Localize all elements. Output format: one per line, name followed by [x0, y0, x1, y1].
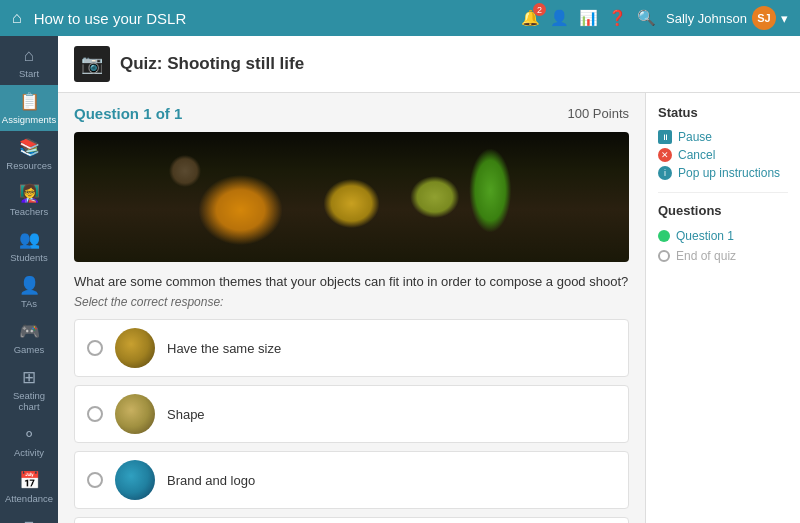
question-label: Question 1 of 1 — [74, 105, 182, 122]
activity-icon: ⚬ — [22, 424, 36, 445]
pause-label: Pause — [678, 130, 712, 144]
sidebar-label-activity: Activity — [14, 447, 44, 458]
search-icon[interactable]: 🔍 — [637, 9, 656, 27]
sidebar-label-assignments: Assignments — [2, 114, 56, 125]
question-1-label: Question 1 — [676, 229, 734, 243]
user-icon[interactable]: 👤 — [550, 9, 569, 27]
question-list-item-1[interactable]: Question 1 — [658, 226, 788, 246]
radio-2[interactable] — [87, 406, 103, 422]
sidebar-label-students: Students — [10, 252, 48, 263]
user-avatar: SJ — [752, 6, 776, 30]
popup-icon: i — [658, 166, 672, 180]
sidebar-item-forums[interactable]: ≡ Forums — [0, 510, 58, 523]
pause-icon: ⏸ — [658, 130, 672, 144]
answer-option-3[interactable]: Brand and logo — [74, 451, 629, 509]
attendance-icon: 📅 — [19, 470, 40, 491]
answer-option-1[interactable]: Have the same size — [74, 319, 629, 377]
forums-icon: ≡ — [24, 516, 34, 523]
radio-3[interactable] — [87, 472, 103, 488]
sidebar-item-games[interactable]: 🎮 Games — [0, 315, 58, 361]
teachers-icon: 👩‍🏫 — [19, 183, 40, 204]
top-navigation: ⌂ How to use your DSLR 🔔2 👤 📊 ❓ 🔍 Sally … — [0, 0, 800, 36]
chevron-down-icon: ▾ — [781, 11, 788, 26]
notifications-icon[interactable]: 🔔2 — [521, 9, 540, 27]
resources-icon: 📚 — [19, 137, 40, 158]
games-icon: 🎮 — [19, 321, 40, 342]
start-icon: ⌂ — [24, 46, 34, 66]
question-list-item-end: End of quiz — [658, 246, 788, 266]
sidebar-label-resources: Resources — [6, 160, 51, 171]
sidebar-item-tas[interactable]: 👤 TAs — [0, 269, 58, 315]
sidebar-item-start[interactable]: ⌂ Start — [0, 40, 58, 85]
answer-thumb-2 — [115, 394, 155, 434]
status-cancel[interactable]: ✕ Cancel — [658, 146, 788, 164]
help-icon[interactable]: ❓ — [608, 9, 627, 27]
points-label: 100 Points — [568, 106, 629, 121]
question-dot-end — [658, 250, 670, 262]
quiz-image — [74, 132, 629, 262]
cancel-icon: ✕ — [658, 148, 672, 162]
seating-chart-icon: ⊞ — [22, 367, 36, 388]
select-response-label: Select the correct response: — [74, 295, 629, 309]
end-of-quiz-label: End of quiz — [676, 249, 736, 263]
cancel-label: Cancel — [678, 148, 715, 162]
sidebar-label-tas: TAs — [21, 298, 37, 309]
quiz-main: Question 1 of 1 100 Points What are some… — [58, 93, 645, 523]
user-area[interactable]: Sally Johnson SJ ▾ — [666, 6, 788, 30]
sidebar-item-attendance[interactable]: 📅 Attendance — [0, 464, 58, 510]
answer-thumb-3 — [115, 460, 155, 500]
sidebar-label-seating: Seating chart — [4, 390, 54, 412]
sidebar-label-attendance: Attendance — [5, 493, 53, 504]
sidebar-item-resources[interactable]: 📚 Resources — [0, 131, 58, 177]
popup-label: Pop up instructions — [678, 166, 780, 180]
question-dot-active — [658, 230, 670, 242]
status-pause[interactable]: ⏸ Pause — [658, 128, 788, 146]
question-text: What are some common themes that your ob… — [74, 274, 629, 289]
answer-option-2[interactable]: Shape — [74, 385, 629, 443]
left-sidebar: ⌂ Start 📋 Assignments 📚 Resources 👩‍🏫 Te… — [0, 36, 58, 523]
camera-thumbnail: 📷 — [74, 46, 110, 82]
question-header: Question 1 of 1 100 Points — [74, 105, 629, 122]
students-icon: 👥 — [19, 229, 40, 250]
quiz-sidebar: Status ⏸ Pause ✕ Cancel i Pop up instruc… — [645, 93, 800, 523]
sidebar-item-teachers[interactable]: 👩‍🏫 Teachers — [0, 177, 58, 223]
username-label: Sally Johnson — [666, 11, 747, 26]
sidebar-item-assignments[interactable]: 📋 Assignments — [0, 85, 58, 131]
answer-thumb-1 — [115, 328, 155, 368]
status-title: Status — [658, 105, 788, 120]
sidebar-label-start: Start — [19, 68, 39, 79]
chart-icon[interactable]: 📊 — [579, 9, 598, 27]
page-title: How to use your DSLR — [34, 10, 521, 27]
sub-header: 📷 Quiz: Shooting still life — [58, 36, 800, 93]
status-popup[interactable]: i Pop up instructions — [658, 164, 788, 182]
sidebar-item-seating-chart[interactable]: ⊞ Seating chart — [0, 361, 58, 418]
assignments-icon: 📋 — [19, 91, 40, 112]
answer-label-2: Shape — [167, 407, 205, 422]
sidebar-item-students[interactable]: 👥 Students — [0, 223, 58, 269]
answer-label-3: Brand and logo — [167, 473, 255, 488]
sidebar-label-teachers: Teachers — [10, 206, 49, 217]
answer-label-1: Have the same size — [167, 341, 281, 356]
answer-option-4[interactable]: Location — [74, 517, 629, 523]
home-icon[interactable]: ⌂ — [12, 9, 22, 27]
sidebar-label-games: Games — [14, 344, 45, 355]
tas-icon: 👤 — [19, 275, 40, 296]
sidebar-item-activity[interactable]: ⚬ Activity — [0, 418, 58, 464]
nav-icons: 🔔2 👤 📊 ❓ 🔍 Sally Johnson SJ ▾ — [521, 6, 788, 30]
radio-1[interactable] — [87, 340, 103, 356]
questions-title: Questions — [658, 203, 788, 218]
sidebar-divider — [658, 192, 788, 193]
quiz-title: Quiz: Shooting still life — [120, 54, 304, 74]
